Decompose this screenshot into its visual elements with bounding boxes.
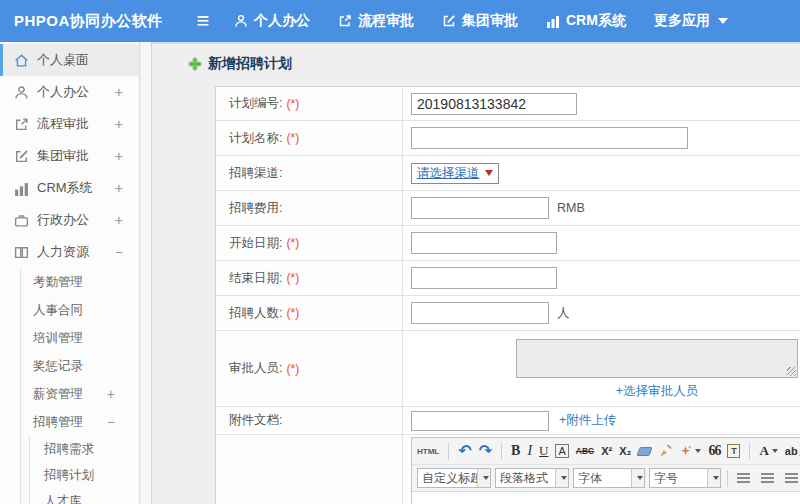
caret-down-icon	[555, 469, 568, 487]
user-icon	[14, 85, 29, 100]
select-approvers-link[interactable]: +选择审批人员	[616, 383, 698, 400]
form-row-plan-number: 计划编号: (*)	[216, 87, 800, 121]
paste-text-button[interactable]: T	[727, 444, 740, 458]
align-left-icon[interactable]	[737, 473, 750, 483]
book-icon	[14, 245, 29, 260]
resize-grip-icon[interactable]	[787, 367, 796, 376]
font-size-dropdown[interactable]: 字号	[649, 468, 721, 488]
app-logo: PHPOA协同办公软件	[0, 12, 186, 31]
expand-plus-icon[interactable]: +	[115, 116, 123, 132]
expand-plus-icon[interactable]: +	[115, 180, 123, 196]
plan-name-input[interactable]	[411, 127, 688, 149]
expand-plus-icon[interactable]: +	[115, 148, 123, 164]
sidebar-item-recruit-plan[interactable]: 招聘计划	[30, 462, 139, 488]
sidebar-item-training[interactable]: 培训管理	[21, 324, 139, 352]
sidebar-item-admin-office[interactable]: 行政办公 +	[0, 204, 139, 236]
sidebar-item-hr-contract[interactable]: 人事合同	[21, 296, 139, 324]
workflow-icon	[338, 14, 352, 28]
form-row-attachment: 附件文档: +附件上传	[216, 407, 800, 435]
sidebar-item-personal-office[interactable]: 个人办公 +	[0, 76, 139, 108]
currency-suffix: RMB	[557, 201, 585, 215]
sidebar-item-workflow-approval[interactable]: 流程审批 +	[0, 108, 139, 140]
form-row-content-editor: HTML ↶ ↷ B I U A ABC X² X₂	[216, 435, 800, 504]
expand-plus-icon[interactable]: +	[107, 386, 115, 402]
attachment-upload-link[interactable]: +附件上传	[559, 412, 616, 429]
format-painter-icon[interactable]	[679, 445, 701, 458]
headcount-suffix: 人	[557, 305, 570, 322]
collapse-minus-icon[interactable]: −	[107, 414, 115, 430]
autotypeset-button[interactable]: A	[555, 444, 568, 458]
user-icon	[234, 14, 248, 28]
form-row-start-date: 开始日期: (*)	[216, 226, 800, 261]
sidebar-item-rewards[interactable]: 奖惩记录	[21, 352, 139, 380]
topmenu-crm[interactable]: CRM系统	[546, 12, 626, 30]
required-mark: (*)	[286, 131, 299, 145]
format-clear-broom-icon[interactable]	[658, 444, 672, 458]
align-center-icon[interactable]	[761, 473, 774, 483]
superscript-button[interactable]: X²	[601, 445, 612, 457]
caret-down-icon	[707, 469, 720, 487]
required-mark: (*)	[286, 362, 299, 376]
sidebar-item-salary[interactable]: 薪资管理 +	[21, 380, 139, 408]
html-source-button[interactable]: HTML	[417, 447, 439, 456]
undo-icon[interactable]: ↶	[458, 443, 471, 459]
approvers-textarea[interactable]	[516, 339, 798, 378]
caret-down-icon	[631, 469, 644, 487]
attachment-input[interactable]	[411, 411, 549, 431]
sidebar-item-crm[interactable]: CRM系统 +	[0, 172, 139, 204]
font-color-button[interactable]: A	[759, 443, 777, 459]
required-mark: (*)	[286, 97, 299, 111]
form-row-end-date: 结束日期: (*)	[216, 261, 800, 296]
form-row-approvers: 审批人员: (*) +选择审批人员	[216, 331, 800, 407]
strikethrough-button[interactable]: ABC	[576, 446, 594, 456]
sidebar-item-desktop[interactable]: 个人桌面	[0, 44, 139, 76]
cost-input[interactable]	[411, 197, 549, 219]
blockquote-button[interactable]: 66	[708, 443, 720, 459]
toolbar-separator	[448, 443, 449, 460]
plan-number-input[interactable]	[411, 93, 577, 115]
topmenu-workflow-approval[interactable]: 流程审批	[338, 12, 414, 30]
briefcase-icon	[14, 213, 29, 228]
collapse-minus-icon[interactable]: −	[115, 244, 123, 260]
sidebar-splitter[interactable]	[141, 42, 152, 504]
topmenu-more-apps[interactable]: 更多应用	[654, 12, 728, 30]
workflow-icon	[14, 117, 29, 132]
sidebar-hr-submenu: 考勤管理 人事合同 培训管理 奖惩记录 薪资管理 + 招聘管理 − 招聘需求 招…	[20, 268, 139, 504]
custom-title-dropdown[interactable]: 自定义标题	[417, 468, 491, 488]
paragraph-format-dropdown[interactable]: 段落格式	[495, 468, 569, 488]
sidebar-item-attendance[interactable]: 考勤管理	[21, 268, 139, 296]
add-plus-icon	[188, 57, 202, 71]
editor-content-area[interactable]	[412, 492, 800, 504]
sidebar: 个人桌面 个人办公 + 流程审批 + 集团审批 + CRM系统 +	[0, 42, 140, 504]
rich-text-editor: HTML ↶ ↷ B I U A ABC X² X₂	[411, 437, 800, 504]
channel-select[interactable]: 请选择渠道	[411, 163, 499, 184]
sidebar-recruit-submenu: 招聘需求 招聘计划 人才库	[29, 436, 139, 504]
hamburger-menu-icon[interactable]: ≡	[186, 0, 220, 42]
subscript-button[interactable]: X₂	[619, 445, 631, 457]
eraser-icon[interactable]	[638, 447, 651, 456]
expand-plus-icon[interactable]: +	[115, 212, 123, 228]
toolbar-separator	[727, 470, 728, 487]
start-date-input[interactable]	[411, 232, 557, 254]
headcount-input[interactable]	[411, 302, 549, 324]
toolbar-separator	[501, 443, 502, 460]
expand-plus-icon[interactable]: +	[115, 84, 123, 100]
sidebar-item-talent-pool[interactable]: 人才库	[30, 488, 139, 504]
topmenu-personal-office[interactable]: 个人办公	[234, 12, 310, 30]
font-family-dropdown[interactable]: 字体	[573, 468, 645, 488]
underline-button[interactable]: U	[539, 443, 548, 459]
sidebar-item-group-approval[interactable]: 集团审批 +	[0, 140, 139, 172]
redo-icon[interactable]: ↷	[479, 443, 492, 459]
form-row-headcount: 招聘人数: (*) 人	[216, 296, 800, 331]
italic-button[interactable]: I	[527, 443, 532, 459]
highlight-color-button[interactable]: ab	[785, 445, 800, 457]
end-date-input[interactable]	[411, 267, 557, 289]
topmenu-group-approval[interactable]: 集团审批	[442, 12, 518, 30]
sidebar-item-hr[interactable]: 人力资源 −	[0, 236, 139, 268]
sidebar-item-recruit-demand[interactable]: 招聘需求	[30, 436, 139, 462]
topbar: PHPOA协同办公软件 ≡ 个人办公 流程审批 集团审批	[0, 0, 800, 42]
bold-button[interactable]: B	[511, 443, 520, 459]
home-icon	[14, 53, 29, 68]
align-right-icon[interactable]	[785, 473, 798, 483]
sidebar-item-recruit-mgmt[interactable]: 招聘管理 −	[21, 408, 139, 436]
